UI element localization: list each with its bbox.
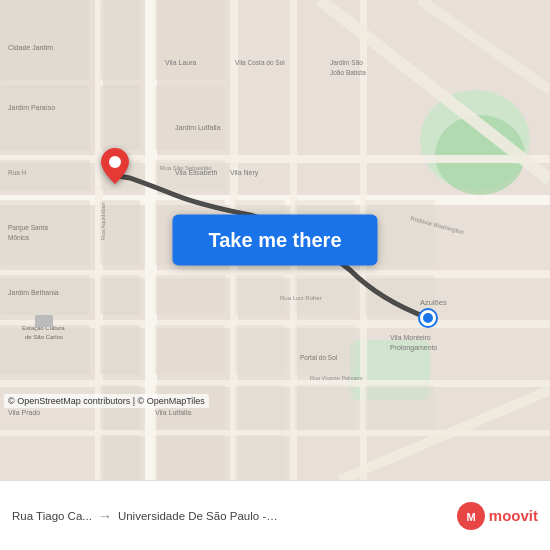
svg-rect-27	[100, 200, 140, 265]
moovit-logo-icon: M	[457, 502, 485, 530]
osm-credit: © OpenStreetMap contributors | © OpenMap…	[4, 394, 209, 408]
svg-text:Jardim Paraíso: Jardim Paraíso	[8, 104, 55, 111]
svg-rect-24	[100, 0, 140, 80]
destination-label: Universidade De São Paulo - Camp...	[118, 510, 278, 522]
svg-rect-47	[295, 325, 355, 375]
svg-text:Vila Monteiro: Vila Monteiro	[390, 334, 431, 341]
moovit-logo-text: moovit	[489, 507, 538, 524]
map-container: Rua H Rua São Sebastião Rua Aquidaban Ru…	[0, 0, 550, 480]
svg-text:Jardim Bethania: Jardim Bethania	[8, 289, 59, 296]
svg-text:Vila Costa do Sol: Vila Costa do Sol	[235, 59, 285, 66]
svg-rect-28	[100, 275, 140, 315]
svg-text:Jardim São: Jardim São	[330, 59, 363, 66]
svg-text:Vila Prado: Vila Prado	[8, 409, 40, 416]
svg-text:Vila Laura: Vila Laura	[165, 59, 197, 66]
svg-text:Rua H: Rua H	[8, 169, 27, 176]
svg-text:Portal do Sol: Portal do Sol	[300, 354, 338, 361]
svg-text:João Batista: João Batista	[330, 69, 366, 76]
svg-rect-19	[0, 85, 90, 150]
svg-rect-37	[155, 325, 225, 375]
svg-text:Rua Aquidaban: Rua Aquidaban	[100, 202, 106, 240]
svg-text:Prolongamento: Prolongamento	[390, 344, 438, 352]
destination-dot	[420, 310, 436, 326]
svg-text:Vila Nery: Vila Nery	[230, 169, 259, 177]
svg-rect-48	[295, 385, 355, 430]
route-info: Rua Tiago Ca... → Universidade De São Pa…	[12, 508, 449, 524]
svg-text:Parque Santa: Parque Santa	[8, 224, 48, 232]
svg-rect-23	[0, 325, 90, 375]
svg-rect-43	[235, 385, 285, 430]
svg-point-79	[109, 156, 121, 168]
origin-pin	[101, 148, 129, 188]
arrow-right-icon: →	[98, 508, 112, 524]
svg-text:Mônica: Mônica	[8, 234, 29, 241]
svg-rect-29	[100, 325, 140, 375]
svg-rect-50	[365, 275, 435, 315]
svg-rect-51	[365, 385, 435, 430]
svg-text:M: M	[466, 511, 475, 523]
bottom-bar: Rua Tiago Ca... → Universidade De São Pa…	[0, 480, 550, 550]
svg-rect-33	[155, 85, 225, 150]
moovit-logo: M moovit	[457, 502, 538, 530]
svg-rect-44	[235, 435, 285, 480]
svg-rect-31	[100, 435, 140, 480]
svg-text:Jardim Lutfalla: Jardim Lutfalla	[175, 124, 221, 131]
svg-text:Rua Luiz Roher: Rua Luiz Roher	[280, 295, 322, 301]
svg-text:de São Carlos: de São Carlos	[25, 334, 63, 340]
svg-rect-25	[100, 85, 140, 150]
svg-rect-78	[35, 315, 53, 327]
svg-text:Rua Vicente Pelicano: Rua Vicente Pelicano	[310, 375, 363, 381]
svg-rect-36	[155, 275, 225, 315]
take-me-there-button[interactable]: Take me there	[172, 215, 377, 266]
origin-label: Rua Tiago Ca...	[12, 510, 92, 522]
svg-rect-18	[0, 0, 90, 80]
svg-rect-32	[155, 0, 225, 80]
svg-rect-41	[235, 275, 285, 315]
svg-text:Cidade Jardim: Cidade Jardim	[8, 44, 53, 51]
svg-rect-42	[235, 325, 285, 375]
svg-rect-39	[155, 435, 225, 480]
svg-text:Vila Lutfalla: Vila Lutfalla	[155, 409, 191, 416]
svg-text:Vila Elisabeth: Vila Elisabeth	[175, 169, 217, 176]
svg-text:Azulões: Azulões	[420, 298, 447, 307]
svg-rect-21	[0, 200, 90, 265]
